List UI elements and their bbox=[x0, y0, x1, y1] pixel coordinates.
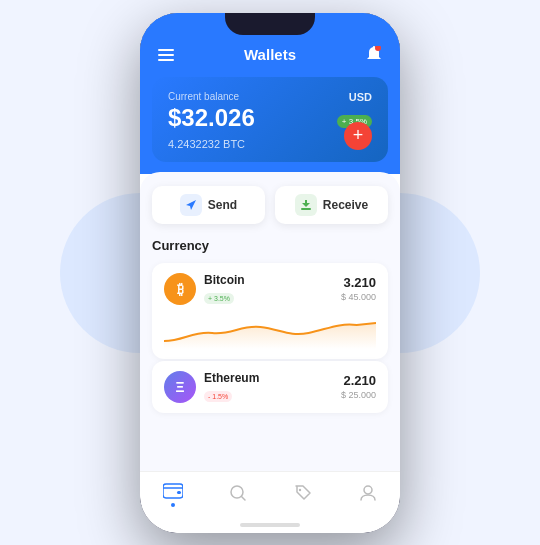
svg-rect-5 bbox=[163, 484, 183, 498]
bitcoin-left: ₿ Bitcoin + 3.5% bbox=[164, 273, 245, 305]
bitcoin-amount: 3.210 bbox=[341, 275, 376, 290]
balance-currency: USD bbox=[349, 91, 372, 103]
svg-rect-4 bbox=[301, 208, 311, 210]
profile-icon bbox=[358, 483, 378, 503]
currency-section-title: Currency bbox=[152, 238, 388, 253]
receive-button[interactable]: Receive bbox=[275, 186, 388, 224]
bitcoin-row: ₿ Bitcoin + 3.5% 3.210 $ 45.000 bbox=[164, 273, 376, 305]
ethereum-left: Ξ Ethereum - 1.5% bbox=[164, 371, 259, 403]
nav-profile[interactable] bbox=[348, 483, 388, 503]
search-icon bbox=[228, 483, 248, 503]
header-title: Wallets bbox=[244, 46, 296, 63]
balance-btc: 4.2432232 BTC bbox=[168, 138, 372, 150]
ethereum-icon: Ξ bbox=[164, 371, 196, 403]
svg-rect-2 bbox=[158, 59, 174, 61]
bitcoin-chart bbox=[164, 313, 376, 349]
svg-line-8 bbox=[241, 497, 245, 501]
bitcoin-info: Bitcoin + 3.5% bbox=[204, 273, 245, 305]
svg-rect-6 bbox=[177, 491, 181, 494]
screen: Wallets Current balance USD $32.026 + 3.… bbox=[140, 13, 400, 533]
notification-icon[interactable] bbox=[364, 45, 384, 65]
nav-tag[interactable] bbox=[283, 483, 323, 503]
tag-icon bbox=[293, 483, 313, 503]
bitcoin-name: Bitcoin bbox=[204, 273, 245, 287]
blue-section: Wallets Current balance USD $32.026 + 3.… bbox=[140, 13, 400, 174]
bitcoin-icon: ₿ bbox=[164, 273, 196, 305]
bitcoin-item[interactable]: ₿ Bitcoin + 3.5% 3.210 $ 45.000 bbox=[152, 263, 388, 359]
bitcoin-badge: + 3.5% bbox=[204, 293, 234, 304]
home-bar bbox=[240, 523, 300, 527]
menu-icon[interactable] bbox=[156, 45, 176, 65]
send-button[interactable]: Send bbox=[152, 186, 265, 224]
wallet-icon bbox=[163, 480, 183, 500]
ethereum-amount: 2.210 bbox=[341, 373, 376, 388]
ethereum-badge: - 1.5% bbox=[204, 391, 232, 402]
ethereum-info: Ethereum - 1.5% bbox=[204, 371, 259, 403]
svg-rect-0 bbox=[158, 49, 174, 51]
send-icon bbox=[180, 194, 202, 216]
ethereum-item[interactable]: Ξ Ethereum - 1.5% 2.210 $ 25.000 bbox=[152, 361, 388, 413]
receive-label: Receive bbox=[323, 198, 368, 212]
ethereum-right: 2.210 $ 25.000 bbox=[341, 373, 376, 400]
bitcoin-usd: $ 45.000 bbox=[341, 292, 376, 302]
header: Wallets bbox=[140, 41, 400, 77]
svg-point-9 bbox=[298, 489, 300, 491]
action-buttons: Send Receive bbox=[152, 186, 388, 224]
svg-rect-1 bbox=[158, 54, 174, 56]
phone-container: Wallets Current balance USD $32.026 + 3.… bbox=[140, 13, 400, 533]
bottom-nav bbox=[140, 471, 400, 517]
ethereum-usd: $ 25.000 bbox=[341, 390, 376, 400]
ethereum-row: Ξ Ethereum - 1.5% 2.210 $ 25.000 bbox=[164, 371, 376, 403]
balance-card: Current balance USD $32.026 + 3.5% 4.243… bbox=[152, 77, 388, 162]
nav-wallet[interactable] bbox=[153, 480, 193, 507]
svg-point-10 bbox=[364, 486, 372, 494]
home-indicator bbox=[140, 517, 400, 533]
nav-search[interactable] bbox=[218, 483, 258, 503]
receive-icon bbox=[295, 194, 317, 216]
nav-active-dot bbox=[171, 503, 175, 507]
add-button[interactable]: + bbox=[344, 122, 372, 150]
content-area: Send Receive Currency bbox=[140, 172, 400, 471]
ethereum-name: Ethereum bbox=[204, 371, 259, 385]
balance-label: Current balance bbox=[168, 91, 372, 102]
phone-frame: Wallets Current balance USD $32.026 + 3.… bbox=[140, 13, 400, 533]
bitcoin-right: 3.210 $ 45.000 bbox=[341, 275, 376, 302]
send-label: Send bbox=[208, 198, 237, 212]
notch bbox=[225, 13, 315, 35]
